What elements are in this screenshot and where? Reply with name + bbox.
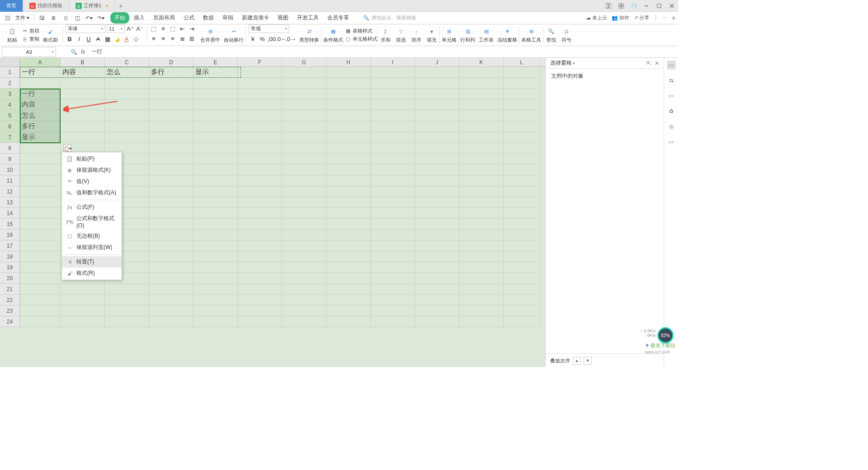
cell-G5[interactable] [282, 110, 326, 121]
cell-H17[interactable] [326, 240, 371, 251]
cell-E9[interactable] [193, 154, 238, 164]
cell-I4[interactable] [371, 99, 415, 110]
cell-B2[interactable] [61, 78, 105, 89]
cell-E21[interactable] [193, 284, 238, 295]
cell-D12[interactable] [149, 186, 193, 197]
cell-D11[interactable] [149, 175, 193, 186]
find-button[interactable]: 🔍查找 [543, 26, 559, 44]
font-color-button[interactable]: A [123, 35, 131, 43]
cell-K10[interactable] [459, 164, 504, 175]
cell-G22[interactable] [282, 295, 326, 306]
cell-E10[interactable] [193, 164, 238, 175]
cell-I3[interactable] [371, 89, 415, 99]
cell-K19[interactable] [459, 262, 504, 273]
row-header-11[interactable]: 11 [0, 175, 19, 186]
italic-button[interactable]: I [75, 35, 83, 43]
row-header-21[interactable]: 21 [0, 284, 19, 295]
cell-J9[interactable] [415, 154, 459, 164]
cell-A4[interactable]: 内容 [20, 99, 61, 110]
cell-F13[interactable] [238, 197, 282, 208]
cell-K2[interactable] [459, 78, 504, 89]
dec-decimal-icon[interactable]: .0→ [287, 35, 295, 43]
cell-E16[interactable] [193, 230, 238, 240]
cell-D1[interactable]: 多行 [149, 67, 193, 78]
cell-E12[interactable] [193, 186, 238, 197]
cell-D13[interactable] [149, 197, 193, 208]
border-button[interactable]: ▦ [104, 35, 112, 43]
cell-K6[interactable] [459, 121, 504, 132]
wrap-button[interactable]: ↩自动换行 [222, 26, 245, 44]
minimize-button[interactable] [640, 0, 653, 12]
close-button[interactable] [665, 0, 678, 12]
cell-A19[interactable] [20, 262, 61, 273]
percent-icon[interactable]: % [258, 35, 266, 43]
align-middle-icon[interactable]: ≡ [159, 24, 167, 33]
col-header-I[interactable]: I [371, 58, 415, 66]
cell-F17[interactable] [238, 240, 282, 251]
type-convert-button[interactable]: ⇄类型转换 [297, 26, 321, 44]
cell-H13[interactable] [326, 197, 371, 208]
col-header-F[interactable]: F [238, 58, 282, 66]
cell-J13[interactable] [415, 197, 459, 208]
undo-icon[interactable]: ↶▾ [84, 13, 94, 23]
cell-F8[interactable] [238, 143, 282, 154]
cell-E18[interactable] [193, 251, 238, 262]
cell-K8[interactable] [459, 143, 504, 154]
row-header-9[interactable]: 9 [0, 154, 19, 164]
cell-A5[interactable]: 怎么 [20, 110, 61, 121]
cell-A9[interactable] [20, 154, 61, 164]
cell-H6[interactable] [326, 121, 371, 132]
col-header-C[interactable]: C [105, 58, 149, 66]
cell-A15[interactable] [20, 219, 61, 230]
cell-A14[interactable] [20, 208, 61, 219]
cell-B4[interactable] [61, 99, 105, 110]
cell-E4[interactable] [193, 99, 238, 110]
cell-H9[interactable] [326, 154, 371, 164]
ctx-no-border[interactable]: ▢无边框(B) [62, 230, 122, 242]
cell-K21[interactable] [459, 284, 504, 295]
move-up-button[interactable]: ▲ [573, 357, 581, 365]
cell-I20[interactable] [371, 273, 415, 284]
cell-A13[interactable] [20, 197, 61, 208]
cell-L18[interactable] [504, 251, 540, 262]
cell-G7[interactable] [282, 132, 326, 143]
cell-E8[interactable] [193, 143, 238, 154]
cell-L17[interactable] [504, 240, 540, 251]
cell-K1[interactable] [459, 67, 504, 78]
cell-D16[interactable] [149, 230, 193, 240]
cell-G17[interactable] [282, 240, 326, 251]
cell-D2[interactable] [149, 78, 193, 89]
ctx-format[interactable]: 🖌格式(R) [62, 268, 122, 279]
cell-B21[interactable] [61, 284, 105, 295]
cell-F11[interactable] [238, 175, 282, 186]
cell-L16[interactable] [504, 230, 540, 240]
cell-G24[interactable] [282, 316, 326, 327]
cell-I11[interactable] [371, 175, 415, 186]
pin-icon[interactable]: ⇱ [646, 60, 651, 66]
cell-C4[interactable] [105, 99, 149, 110]
cell-L15[interactable] [504, 219, 540, 230]
cell-J23[interactable] [415, 306, 459, 316]
cell-A10[interactable] [20, 164, 61, 175]
align-right-icon[interactable]: ≡ [169, 34, 177, 42]
tab-dev[interactable]: 开发工具 [293, 12, 323, 24]
col-header-L[interactable]: L [504, 58, 540, 66]
ctx-val-num[interactable]: %,值和数字格式(A) [62, 187, 122, 198]
indent-inc-icon[interactable]: ⇥ [188, 24, 196, 33]
cell-C7[interactable] [105, 132, 149, 143]
cell-H2[interactable] [326, 78, 371, 89]
cell-F19[interactable] [238, 262, 282, 273]
cell-G6[interactable] [282, 121, 326, 132]
cell-D17[interactable] [149, 240, 193, 251]
file-menu[interactable]: 文件▾ [14, 14, 31, 21]
cell-L21[interactable] [504, 284, 540, 295]
cell-A6[interactable]: 多行 [20, 121, 61, 132]
cell-G10[interactable] [282, 164, 326, 175]
cell-K4[interactable] [459, 99, 504, 110]
cell-F16[interactable] [238, 230, 282, 240]
collapse-ribbon-icon[interactable]: ∧ [672, 15, 675, 21]
tab-start[interactable]: 开始 [110, 12, 129, 24]
col-header-A[interactable]: A [20, 58, 61, 66]
cell-H24[interactable] [326, 316, 371, 327]
cell-C2[interactable] [105, 78, 149, 89]
